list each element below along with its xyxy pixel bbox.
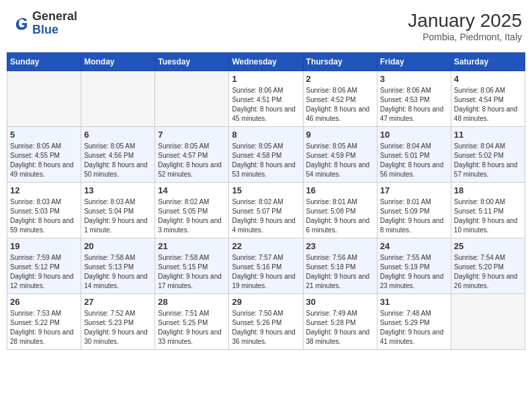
calendar-day-cell: 29Sunrise: 7:50 AM Sunset: 5:26 PM Dayli…	[229, 294, 303, 350]
day-number: 29	[232, 297, 300, 307]
calendar-day-cell: 22Sunrise: 7:57 AM Sunset: 5:16 PM Dayli…	[229, 238, 303, 294]
day-detail: Sunrise: 8:02 AM Sunset: 5:07 PM Dayligh…	[232, 197, 300, 235]
calendar-day-cell: 21Sunrise: 7:58 AM Sunset: 5:15 PM Dayli…	[155, 238, 229, 294]
column-header-saturday: Saturday	[451, 53, 525, 71]
calendar-table: SundayMondayTuesdayWednesdayThursdayFrid…	[7, 52, 525, 350]
day-number: 15	[232, 185, 300, 195]
day-detail: Sunrise: 8:04 AM Sunset: 5:02 PM Dayligh…	[454, 142, 522, 179]
calendar-day-cell: 6Sunrise: 8:05 AM Sunset: 4:56 PM Daylig…	[81, 127, 155, 183]
calendar-day-cell: 14Sunrise: 8:02 AM Sunset: 5:05 PM Dayli…	[155, 183, 229, 238]
day-number: 25	[454, 241, 522, 251]
day-detail: Sunrise: 8:02 AM Sunset: 5:05 PM Dayligh…	[158, 197, 226, 235]
column-header-friday: Friday	[377, 53, 451, 71]
calendar-week-row: 5Sunrise: 8:05 AM Sunset: 4:55 PM Daylig…	[7, 127, 525, 183]
day-detail: Sunrise: 8:06 AM Sunset: 4:51 PM Dayligh…	[232, 86, 300, 124]
calendar-day-cell: 31Sunrise: 7:48 AM Sunset: 5:29 PM Dayli…	[377, 294, 451, 350]
calendar-header-row: SundayMondayTuesdayWednesdayThursdayFrid…	[7, 53, 525, 71]
title-section: January 2025 Pombia, Piedmont, Italy	[408, 10, 522, 42]
calendar-day-cell: 4Sunrise: 8:06 AM Sunset: 4:54 PM Daylig…	[451, 71, 525, 127]
calendar-week-row: 19Sunrise: 7:59 AM Sunset: 5:12 PM Dayli…	[7, 238, 525, 294]
day-detail: Sunrise: 7:58 AM Sunset: 5:13 PM Dayligh…	[84, 253, 152, 291]
calendar-day-cell: 2Sunrise: 8:06 AM Sunset: 4:52 PM Daylig…	[303, 71, 377, 127]
day-detail: Sunrise: 7:50 AM Sunset: 5:26 PM Dayligh…	[232, 309, 300, 347]
day-number: 10	[380, 130, 448, 140]
calendar-day-cell: 25Sunrise: 7:54 AM Sunset: 5:20 PM Dayli…	[451, 238, 525, 294]
calendar-day-cell: 17Sunrise: 8:01 AM Sunset: 5:09 PM Dayli…	[377, 183, 451, 238]
day-detail: Sunrise: 7:52 AM Sunset: 5:23 PM Dayligh…	[84, 309, 152, 347]
calendar-day-cell	[81, 71, 155, 127]
calendar-day-cell: 30Sunrise: 7:49 AM Sunset: 5:28 PM Dayli…	[303, 294, 377, 350]
day-detail: Sunrise: 7:48 AM Sunset: 5:29 PM Dayligh…	[380, 309, 448, 347]
day-detail: Sunrise: 8:01 AM Sunset: 5:08 PM Dayligh…	[306, 197, 374, 235]
day-number: 6	[84, 130, 152, 140]
calendar-day-cell: 16Sunrise: 8:01 AM Sunset: 5:08 PM Dayli…	[303, 183, 377, 238]
day-number: 24	[380, 241, 448, 251]
calendar-day-cell	[451, 294, 525, 350]
column-header-sunday: Sunday	[7, 53, 81, 71]
logo: General Blue	[13, 10, 77, 37]
calendar-day-cell: 24Sunrise: 7:55 AM Sunset: 5:19 PM Dayli…	[377, 238, 451, 294]
day-number: 11	[454, 130, 522, 140]
calendar-week-row: 26Sunrise: 7:53 AM Sunset: 5:22 PM Dayli…	[7, 294, 525, 350]
day-number: 9	[306, 130, 374, 140]
day-number: 16	[306, 185, 374, 195]
column-header-thursday: Thursday	[303, 53, 377, 71]
day-number: 19	[10, 241, 78, 251]
day-detail: Sunrise: 8:05 AM Sunset: 4:57 PM Dayligh…	[158, 142, 226, 179]
day-detail: Sunrise: 7:51 AM Sunset: 5:25 PM Dayligh…	[158, 309, 226, 347]
day-detail: Sunrise: 7:56 AM Sunset: 5:18 PM Dayligh…	[306, 253, 374, 291]
calendar-day-cell: 11Sunrise: 8:04 AM Sunset: 5:02 PM Dayli…	[451, 127, 525, 183]
day-number: 1	[232, 74, 300, 84]
day-number: 4	[454, 74, 522, 84]
day-number: 18	[454, 185, 522, 195]
day-number: 22	[232, 241, 300, 251]
calendar-day-cell	[155, 71, 229, 127]
page-header: General Blue January 2025 Pombia, Piedmo…	[7, 7, 525, 46]
day-detail: Sunrise: 7:54 AM Sunset: 5:20 PM Dayligh…	[454, 253, 522, 291]
day-number: 23	[306, 241, 374, 251]
logo-blue-text: Blue	[32, 23, 58, 36]
day-detail: Sunrise: 7:49 AM Sunset: 5:28 PM Dayligh…	[306, 309, 374, 347]
column-header-wednesday: Wednesday	[229, 53, 303, 71]
column-header-monday: Monday	[81, 53, 155, 71]
day-detail: Sunrise: 8:06 AM Sunset: 4:54 PM Dayligh…	[454, 86, 522, 124]
day-detail: Sunrise: 8:00 AM Sunset: 5:11 PM Dayligh…	[454, 197, 522, 235]
day-number: 21	[158, 241, 226, 251]
day-detail: Sunrise: 8:05 AM Sunset: 4:59 PM Dayligh…	[306, 142, 374, 179]
day-number: 30	[306, 297, 374, 307]
day-detail: Sunrise: 7:58 AM Sunset: 5:15 PM Dayligh…	[158, 253, 226, 291]
calendar-day-cell: 9Sunrise: 8:05 AM Sunset: 4:59 PM Daylig…	[303, 127, 377, 183]
column-header-tuesday: Tuesday	[155, 53, 229, 71]
day-detail: Sunrise: 8:03 AM Sunset: 5:04 PM Dayligh…	[84, 197, 152, 235]
calendar-day-cell: 23Sunrise: 7:56 AM Sunset: 5:18 PM Dayli…	[303, 238, 377, 294]
day-detail: Sunrise: 7:55 AM Sunset: 5:19 PM Dayligh…	[380, 253, 448, 291]
calendar-day-cell	[7, 71, 81, 127]
calendar-day-cell: 7Sunrise: 8:05 AM Sunset: 4:57 PM Daylig…	[155, 127, 229, 183]
day-detail: Sunrise: 8:04 AM Sunset: 5:01 PM Dayligh…	[380, 142, 448, 179]
day-detail: Sunrise: 7:59 AM Sunset: 5:12 PM Dayligh…	[10, 253, 78, 291]
calendar-day-cell: 20Sunrise: 7:58 AM Sunset: 5:13 PM Dayli…	[81, 238, 155, 294]
calendar-day-cell: 15Sunrise: 8:02 AM Sunset: 5:07 PM Dayli…	[229, 183, 303, 238]
calendar-day-cell: 10Sunrise: 8:04 AM Sunset: 5:01 PM Dayli…	[377, 127, 451, 183]
day-number: 14	[158, 185, 226, 195]
calendar-day-cell: 1Sunrise: 8:06 AM Sunset: 4:51 PM Daylig…	[229, 71, 303, 127]
calendar-day-cell: 12Sunrise: 8:03 AM Sunset: 5:03 PM Dayli…	[7, 183, 81, 238]
day-number: 3	[380, 74, 448, 84]
logo-icon	[13, 15, 30, 32]
day-number: 7	[158, 130, 226, 140]
day-detail: Sunrise: 7:53 AM Sunset: 5:22 PM Dayligh…	[10, 309, 78, 347]
calendar-day-cell: 18Sunrise: 8:00 AM Sunset: 5:11 PM Dayli…	[451, 183, 525, 238]
day-number: 20	[84, 241, 152, 251]
location-subtitle: Pombia, Piedmont, Italy	[408, 32, 522, 42]
calendar-day-cell: 26Sunrise: 7:53 AM Sunset: 5:22 PM Dayli…	[7, 294, 81, 350]
day-number: 12	[10, 185, 78, 195]
logo-general-text: General	[32, 9, 77, 23]
day-number: 28	[158, 297, 226, 307]
day-detail: Sunrise: 8:03 AM Sunset: 5:03 PM Dayligh…	[10, 197, 78, 235]
calendar-day-cell: 13Sunrise: 8:03 AM Sunset: 5:04 PM Dayli…	[81, 183, 155, 238]
day-detail: Sunrise: 8:06 AM Sunset: 4:53 PM Dayligh…	[380, 86, 448, 124]
day-detail: Sunrise: 8:05 AM Sunset: 4:58 PM Dayligh…	[232, 142, 300, 179]
calendar-day-cell: 5Sunrise: 8:05 AM Sunset: 4:55 PM Daylig…	[7, 127, 81, 183]
day-number: 5	[10, 130, 78, 140]
day-detail: Sunrise: 8:05 AM Sunset: 4:56 PM Dayligh…	[84, 142, 152, 179]
